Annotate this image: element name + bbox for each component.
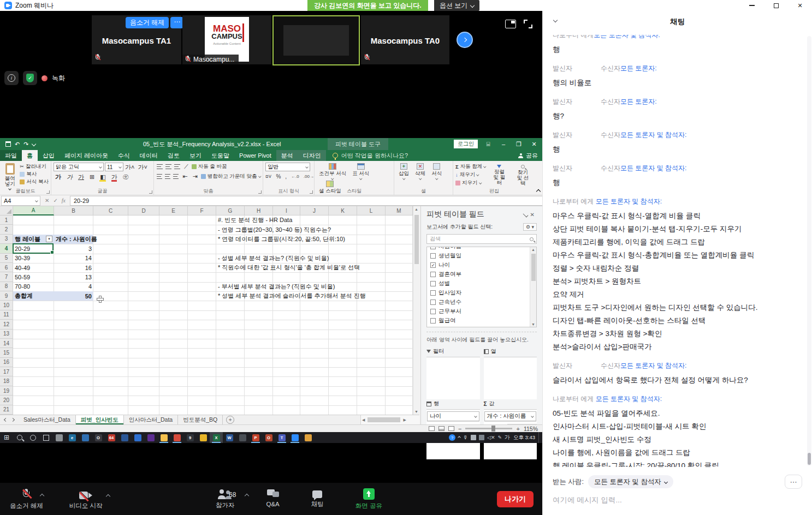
share-button[interactable]: 공유	[518, 150, 538, 161]
tools-gear-button[interactable]: ⚙ ▾	[523, 223, 537, 231]
taskbar-app-chrome[interactable]	[301, 432, 315, 443]
row-header-16[interactable]: 16	[0, 358, 13, 367]
meeting-info-button[interactable]: i	[4, 71, 19, 85]
delete-cells-button[interactable]: ✕삭제	[413, 163, 428, 180]
field-checkbox-생년월일[interactable]	[430, 253, 436, 259]
worksheet-grid[interactable]: ▲ ▼ ABCDEFGHIJKLM12345678910111213141516…	[0, 206, 419, 415]
tray-icon-2[interactable]	[479, 435, 484, 440]
autosum-button[interactable]: Σ자동 합계	[455, 163, 486, 170]
column-header-K[interactable]: K	[329, 206, 357, 215]
maximize-button[interactable]	[764, 0, 788, 11]
zoom-out-button[interactable]: −	[458, 426, 461, 432]
bold-button[interactable]: 가	[54, 173, 63, 181]
taskbar-app-outlook[interactable]: O	[262, 432, 275, 443]
column-header-A[interactable]: A	[13, 206, 54, 215]
percent-style-button[interactable]: %	[276, 173, 281, 179]
tab-file[interactable]: 파일	[0, 150, 22, 161]
field-checkbox-월급여[interactable]	[430, 318, 436, 324]
sheet-tab-Sales마스터_Data[interactable]: Sales마스터_Data	[19, 415, 76, 424]
column-header-G[interactable]: G	[216, 206, 245, 215]
new-sheet-button[interactable]: +	[226, 416, 234, 424]
pivot-row-label[interactable]: 20-29	[13, 244, 54, 253]
row-header-21[interactable]: 21	[0, 405, 13, 415]
collapse-ribbon-icon[interactable]	[536, 189, 541, 194]
field-item-사원이름[interactable]: 사원이름	[428, 247, 535, 251]
field-checkbox-사원이름[interactable]	[430, 247, 436, 249]
scroll-up-icon[interactable]: ▲	[414, 207, 418, 211]
tab-help[interactable]: 도움말	[206, 150, 234, 161]
tab-formulas[interactable]: 수식	[113, 150, 135, 161]
accounting-format-button[interactable]: ¤˅	[265, 173, 271, 179]
align-middle-icon[interactable]	[165, 164, 171, 169]
unmute-button[interactable]: 음소거 해제	[4, 488, 49, 510]
scroll-left-icon[interactable]: ◀	[361, 418, 366, 422]
format-cells-button[interactable]: 서식	[429, 163, 444, 180]
cancel-icon[interactable]: ✕	[45, 197, 49, 203]
mic-tray-icon[interactable]: 🎙	[463, 435, 468, 440]
page-break-view-icon[interactable]	[448, 426, 454, 431]
chat-input[interactable]: 여기에 메시지 입력...	[553, 495, 802, 505]
field-checkbox-결혼여부[interactable]	[430, 272, 436, 277]
pivot-row-label[interactable]: 50-59	[13, 272, 54, 282]
pen-icon[interactable]: ✎	[497, 435, 502, 440]
pane-options-chevron-icon[interactable]	[523, 212, 528, 217]
note-cell[interactable]: * 직원수에 대한 '값 표시 형식'을 '총 합계 비율'로 선택	[216, 263, 413, 272]
horizontal-scrollbar[interactable]: ◀ ▶	[360, 415, 419, 424]
wrap-text-button[interactable]: 자동 줄 바꿈	[192, 163, 227, 170]
increase-indent-icon[interactable]: ⇥	[191, 173, 199, 180]
scroll-right-icon[interactable]: ▶	[402, 418, 407, 422]
row-header-13[interactable]: 13	[0, 330, 13, 339]
select-all-corner[interactable]	[0, 206, 13, 215]
next-sheet-icon[interactable]	[11, 418, 15, 422]
security-button[interactable]: ✓	[23, 71, 37, 85]
sort-filter-button[interactable]: 정렬 및 필터	[489, 163, 509, 187]
field-item-입사일자[interactable]: 입사일자	[428, 288, 535, 297]
row-header-1[interactable]: 1	[0, 215, 13, 225]
formula-input[interactable]: 20-29	[70, 196, 542, 206]
fill-button[interactable]: ↓채우기	[455, 171, 486, 178]
video-tile-ta1[interactable]: 음소거 해제 ⋯ Masocampus TA1	[92, 15, 181, 64]
tell-me-box[interactable]: 어떤 작업을 원하시나요?	[326, 150, 408, 161]
tab-design[interactable]: 디자인	[298, 150, 326, 161]
row-header-6[interactable]: 6	[0, 263, 13, 272]
decrease-decimal-button[interactable]: .00→	[304, 174, 314, 179]
normal-view-icon[interactable]	[429, 426, 435, 431]
field-checkbox-나이[interactable]: ✓	[430, 262, 436, 268]
row-header-4[interactable]: 4	[0, 244, 13, 253]
note-cell[interactable]: #. 빈도 분석 진행 - HR Data	[216, 215, 413, 225]
taskbar-app-word[interactable]: W	[223, 432, 236, 443]
taskbar-app-app-64[interactable]: 64	[105, 432, 118, 443]
scrollbar-thumb[interactable]	[414, 215, 419, 264]
enter-icon[interactable]: ✓	[53, 197, 57, 203]
taskbar-app-browser-blue[interactable]	[79, 432, 92, 443]
audio-options-chevron-icon[interactable]	[40, 494, 44, 498]
taskbar-app-app-blue-tile[interactable]	[118, 432, 131, 443]
row-header-17[interactable]: 17	[0, 367, 13, 376]
font-name-box[interactable]: 맑은 고딕	[54, 163, 104, 171]
row-header-7[interactable]: 7	[0, 272, 13, 282]
clear-button[interactable]: 지우기	[455, 179, 486, 187]
tab-analyze[interactable]: 분석	[276, 150, 298, 161]
row-header-18[interactable]: 18	[0, 376, 13, 386]
video-options-chevron-icon[interactable]	[105, 494, 110, 498]
leave-button[interactable]: 나가기	[497, 491, 534, 507]
insert-cells-button[interactable]: +삽입	[396, 163, 411, 180]
pivot-row-label[interactable]: 30-39	[13, 254, 54, 263]
note-cell[interactable]: * 성별 세부 분석 결과에 슬라이서를 추가해서 분석 진행	[216, 291, 413, 301]
column-header-D[interactable]: D	[128, 206, 159, 215]
copy-button[interactable]: 복사	[20, 170, 49, 178]
zoom-tray-icon[interactable]: ?	[449, 434, 455, 441]
tab-power-pivot[interactable]: Power Pivot	[234, 150, 276, 161]
tab-home[interactable]: 홈	[22, 150, 38, 161]
column-header-B[interactable]: B	[54, 206, 93, 215]
format-as-table-button[interactable]: 표 서식	[350, 163, 371, 180]
taskbar-app-opera[interactable]: O	[92, 432, 105, 443]
save-icon[interactable]	[5, 141, 11, 147]
row-header-9[interactable]: 9	[0, 291, 13, 301]
fx-icon[interactable]: fx	[62, 197, 66, 203]
note-cell[interactable]: - 성별 세부 분석 결과는? (직원수 및 비율)	[216, 254, 413, 263]
column-header-J[interactable]: J	[300, 206, 329, 215]
pivot-row-value[interactable]: 16	[54, 263, 93, 272]
row-header-20[interactable]: 20	[0, 396, 13, 405]
cut-button[interactable]: ✂잘라내기	[20, 163, 49, 170]
